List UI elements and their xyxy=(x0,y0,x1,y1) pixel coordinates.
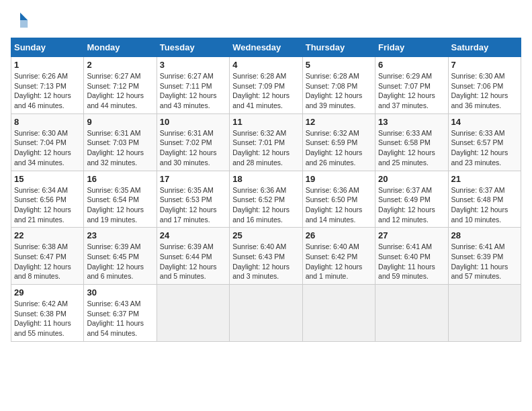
day-header-friday: Friday xyxy=(375,38,448,57)
calendar-cell xyxy=(375,285,448,342)
calendar-cell: 5 Sunrise: 6:28 AMSunset: 7:08 PMDayligh… xyxy=(302,57,375,114)
calendar-week-row: 1 Sunrise: 6:26 AMSunset: 7:13 PMDayligh… xyxy=(11,57,521,114)
calendar-week-row: 22 Sunrise: 6:38 AMSunset: 6:47 PMDaylig… xyxy=(11,228,521,285)
day-number: 30 xyxy=(87,287,153,298)
day-info: Sunrise: 6:34 AMSunset: 6:56 PMDaylight:… xyxy=(14,186,71,224)
calendar-header-row: SundayMondayTuesdayWednesdayThursdayFrid… xyxy=(11,38,521,57)
day-info: Sunrise: 6:36 AMSunset: 6:50 PMDaylight:… xyxy=(306,186,363,224)
day-number: 29 xyxy=(14,287,81,298)
calendar-cell: 3 Sunrise: 6:27 AMSunset: 7:11 PMDayligh… xyxy=(157,57,229,114)
day-number: 9 xyxy=(87,117,153,127)
day-number: 8 xyxy=(14,117,81,127)
day-info: Sunrise: 6:40 AMSunset: 6:43 PMDaylight:… xyxy=(232,242,290,280)
day-header-monday: Monday xyxy=(84,38,157,57)
day-info: Sunrise: 6:31 AMSunset: 7:02 PMDaylight:… xyxy=(160,129,217,167)
day-header-thursday: Thursday xyxy=(302,38,375,57)
calendar-cell: 26 Sunrise: 6:40 AMSunset: 6:42 PMDaylig… xyxy=(302,228,375,285)
calendar-table: SundayMondayTuesdayWednesdayThursdayFrid… xyxy=(11,38,521,342)
calendar-cell: 20 Sunrise: 6:37 AMSunset: 6:49 PMDaylig… xyxy=(375,171,448,228)
day-number: 13 xyxy=(378,117,445,127)
day-info: Sunrise: 6:27 AMSunset: 7:12 PMDaylight:… xyxy=(87,72,144,109)
day-info: Sunrise: 6:37 AMSunset: 6:49 PMDaylight:… xyxy=(378,186,435,224)
day-info: Sunrise: 6:38 AMSunset: 6:47 PMDaylight:… xyxy=(14,242,71,280)
calendar-cell: 30 Sunrise: 6:43 AMSunset: 6:37 PMDaylig… xyxy=(84,285,157,342)
calendar-cell: 24 Sunrise: 6:39 AMSunset: 6:44 PMDaylig… xyxy=(157,228,229,285)
calendar-cell: 2 Sunrise: 6:27 AMSunset: 7:12 PMDayligh… xyxy=(84,57,157,114)
svg-marker-1 xyxy=(20,20,28,28)
day-info: Sunrise: 6:33 AMSunset: 6:57 PMDaylight:… xyxy=(451,129,508,167)
calendar-cell xyxy=(302,285,375,342)
calendar-cell: 23 Sunrise: 6:39 AMSunset: 6:45 PMDaylig… xyxy=(84,228,157,285)
day-number: 12 xyxy=(306,117,372,127)
calendar-cell: 8 Sunrise: 6:30 AMSunset: 7:04 PMDayligh… xyxy=(11,113,84,171)
day-number: 1 xyxy=(14,60,81,70)
day-number: 15 xyxy=(14,174,81,184)
day-info: Sunrise: 6:30 AMSunset: 7:04 PMDaylight:… xyxy=(14,129,71,167)
day-number: 26 xyxy=(306,230,372,240)
day-number: 5 xyxy=(306,60,372,70)
day-info: Sunrise: 6:43 AMSunset: 6:37 PMDaylight:… xyxy=(87,300,144,337)
calendar-cell: 25 Sunrise: 6:40 AMSunset: 6:43 PMDaylig… xyxy=(230,228,302,285)
day-number: 6 xyxy=(378,60,445,70)
calendar-cell: 28 Sunrise: 6:41 AMSunset: 6:39 PMDaylig… xyxy=(448,228,521,285)
calendar-cell: 16 Sunrise: 6:35 AMSunset: 6:54 PMDaylig… xyxy=(84,171,157,228)
day-info: Sunrise: 6:32 AMSunset: 7:01 PMDaylight:… xyxy=(232,129,290,167)
calendar-cell: 10 Sunrise: 6:31 AMSunset: 7:02 PMDaylig… xyxy=(157,113,229,171)
day-info: Sunrise: 6:42 AMSunset: 6:38 PMDaylight:… xyxy=(14,300,71,337)
calendar-cell: 18 Sunrise: 6:36 AMSunset: 6:52 PMDaylig… xyxy=(230,171,302,228)
calendar-cell: 9 Sunrise: 6:31 AMSunset: 7:03 PMDayligh… xyxy=(84,113,157,171)
day-info: Sunrise: 6:40 AMSunset: 6:42 PMDaylight:… xyxy=(306,242,363,280)
logo-icon xyxy=(11,11,30,30)
calendar-cell: 27 Sunrise: 6:41 AMSunset: 6:40 PMDaylig… xyxy=(375,228,448,285)
day-info: Sunrise: 6:35 AMSunset: 6:53 PMDaylight:… xyxy=(160,186,217,224)
calendar-week-row: 29 Sunrise: 6:42 AMSunset: 6:38 PMDaylig… xyxy=(11,285,521,342)
day-number: 3 xyxy=(160,60,226,70)
calendar-week-row: 8 Sunrise: 6:30 AMSunset: 7:04 PMDayligh… xyxy=(11,113,521,171)
day-header-saturday: Saturday xyxy=(448,38,521,57)
day-number: 18 xyxy=(232,174,299,184)
day-number: 4 xyxy=(232,60,299,70)
day-info: Sunrise: 6:36 AMSunset: 6:52 PMDaylight:… xyxy=(232,186,290,224)
day-info: Sunrise: 6:41 AMSunset: 6:39 PMDaylight:… xyxy=(451,242,508,280)
calendar-cell: 12 Sunrise: 6:32 AMSunset: 6:59 PMDaylig… xyxy=(302,113,375,171)
day-number: 14 xyxy=(451,117,518,127)
day-info: Sunrise: 6:28 AMSunset: 7:08 PMDaylight:… xyxy=(306,72,363,109)
calendar-cell: 29 Sunrise: 6:42 AMSunset: 6:38 PMDaylig… xyxy=(11,285,84,342)
svg-marker-0 xyxy=(20,13,28,20)
calendar-cell: 1 Sunrise: 6:26 AMSunset: 7:13 PMDayligh… xyxy=(11,57,84,114)
day-number: 20 xyxy=(378,174,445,184)
day-number: 21 xyxy=(451,174,518,184)
calendar-cell xyxy=(157,285,229,342)
day-header-sunday: Sunday xyxy=(11,38,84,57)
day-info: Sunrise: 6:31 AMSunset: 7:03 PMDaylight:… xyxy=(87,129,144,167)
day-header-wednesday: Wednesday xyxy=(230,38,302,57)
page-header xyxy=(11,11,521,30)
calendar-cell: 15 Sunrise: 6:34 AMSunset: 6:56 PMDaylig… xyxy=(11,171,84,228)
calendar-cell xyxy=(230,285,302,342)
day-info: Sunrise: 6:39 AMSunset: 6:45 PMDaylight:… xyxy=(87,242,144,280)
day-number: 22 xyxy=(14,230,81,240)
calendar-cell: 19 Sunrise: 6:36 AMSunset: 6:50 PMDaylig… xyxy=(302,171,375,228)
calendar-cell: 4 Sunrise: 6:28 AMSunset: 7:09 PMDayligh… xyxy=(230,57,302,114)
day-number: 11 xyxy=(232,117,299,127)
calendar-cell: 21 Sunrise: 6:37 AMSunset: 6:48 PMDaylig… xyxy=(448,171,521,228)
calendar-cell: 14 Sunrise: 6:33 AMSunset: 6:57 PMDaylig… xyxy=(448,113,521,171)
day-number: 16 xyxy=(87,174,153,184)
day-number: 2 xyxy=(87,60,153,70)
day-number: 25 xyxy=(232,230,299,240)
day-info: Sunrise: 6:37 AMSunset: 6:48 PMDaylight:… xyxy=(451,186,508,224)
day-info: Sunrise: 6:30 AMSunset: 7:06 PMDaylight:… xyxy=(451,72,508,109)
day-info: Sunrise: 6:33 AMSunset: 6:58 PMDaylight:… xyxy=(378,129,435,167)
calendar-cell: 11 Sunrise: 6:32 AMSunset: 7:01 PMDaylig… xyxy=(230,113,302,171)
calendar-cell: 7 Sunrise: 6:30 AMSunset: 7:06 PMDayligh… xyxy=(448,57,521,114)
day-info: Sunrise: 6:39 AMSunset: 6:44 PMDaylight:… xyxy=(160,242,217,280)
day-info: Sunrise: 6:41 AMSunset: 6:40 PMDaylight:… xyxy=(378,242,435,280)
day-number: 17 xyxy=(160,174,226,184)
day-number: 19 xyxy=(306,174,372,184)
day-info: Sunrise: 6:32 AMSunset: 6:59 PMDaylight:… xyxy=(306,129,363,167)
day-number: 27 xyxy=(378,230,445,240)
calendar-cell: 17 Sunrise: 6:35 AMSunset: 6:53 PMDaylig… xyxy=(157,171,229,228)
calendar-week-row: 15 Sunrise: 6:34 AMSunset: 6:56 PMDaylig… xyxy=(11,171,521,228)
day-info: Sunrise: 6:27 AMSunset: 7:11 PMDaylight:… xyxy=(160,72,217,109)
day-number: 24 xyxy=(160,230,226,240)
